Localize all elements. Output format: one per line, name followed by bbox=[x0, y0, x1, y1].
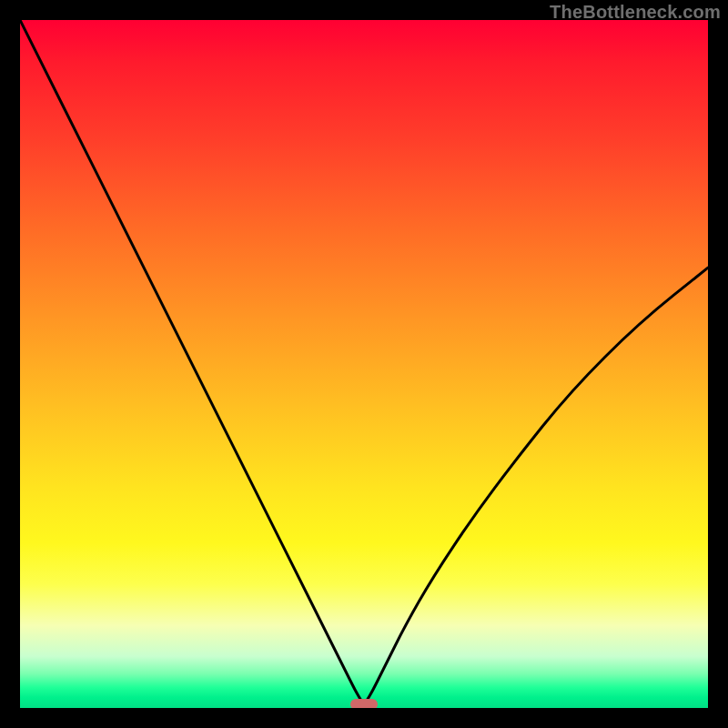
optimum-marker bbox=[350, 699, 378, 708]
curve-path bbox=[20, 20, 708, 702]
plot-area bbox=[20, 20, 708, 708]
chart-frame: TheBottleneck.com bbox=[0, 0, 728, 728]
bottleneck-curve bbox=[20, 20, 708, 708]
